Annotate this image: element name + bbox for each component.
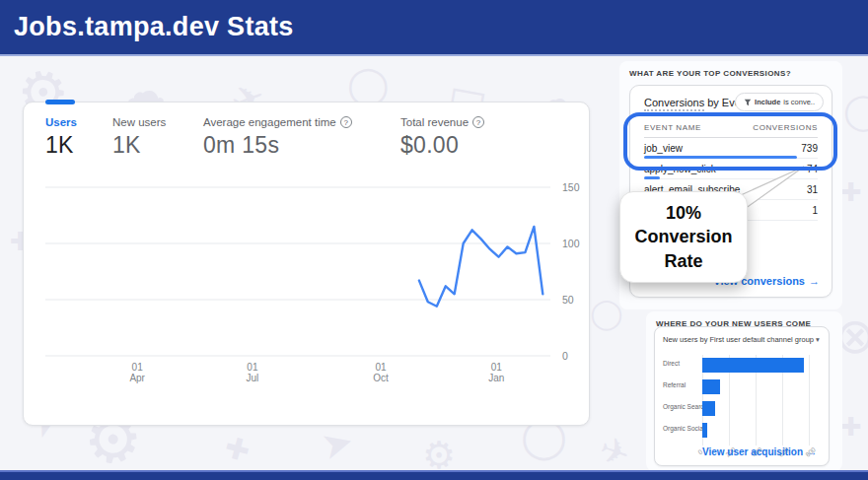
bar[interactable] bbox=[702, 379, 720, 394]
slide-footer bbox=[0, 470, 868, 480]
pattern-doodle-icon: ◯ bbox=[347, 63, 390, 106]
filter-icon bbox=[744, 99, 752, 106]
callout-line: Rate bbox=[664, 249, 702, 273]
users-line-chart: 05010015001Apr01Jul01Oct01Jan bbox=[45, 179, 588, 388]
pattern-doodle-icon: ✚ bbox=[840, 177, 862, 208]
arrow-right-icon: → bbox=[807, 446, 817, 457]
x-tick-label: Apr bbox=[129, 373, 145, 383]
x-tick-label: 01 bbox=[247, 362, 258, 373]
metric-value-new-users: 1K bbox=[112, 132, 166, 159]
y-tick-label: 150 bbox=[562, 181, 580, 193]
pattern-doodle-icon: ✚ bbox=[840, 412, 862, 443]
page-title: Jobs.tampa.dev Stats bbox=[0, 12, 294, 42]
x-tick-label: 01 bbox=[132, 362, 144, 373]
filter-pill-rest: is conve.. bbox=[783, 98, 815, 106]
help-icon[interactable]: ? bbox=[472, 116, 484, 128]
bar-label: Organic Social bbox=[663, 425, 704, 432]
bar-row: Referral bbox=[661, 377, 827, 398]
metric-value-engagement: 0m 15s bbox=[203, 132, 352, 159]
metric-new-users: New users 1K bbox=[112, 116, 166, 159]
acquisition-card: New users by First user default channel … bbox=[654, 326, 830, 466]
slide: ⚙☁✈◯▭☁➤⚙✚➤⚙◯✈◯✚⊗✚◯✚◯ Jobs.tampa.dev Stat… bbox=[0, 0, 868, 480]
bar-row: Organic Search bbox=[661, 398, 827, 420]
bar-row: Direct bbox=[661, 355, 827, 377]
users-series-line bbox=[419, 227, 542, 307]
metric-tab-users[interactable]: Users bbox=[45, 116, 77, 128]
help-icon[interactable]: ? bbox=[340, 116, 352, 128]
slide-header: Jobs.tampa.dev Stats bbox=[0, 0, 868, 56]
annotation-highlight-box bbox=[623, 112, 837, 171]
caret-down-icon: ▾ bbox=[816, 335, 820, 344]
line-chart-svg: 05010015001Apr01Jul01Oct01Jan bbox=[45, 179, 588, 388]
acquisition-card-title[interactable]: New users by First user default channel … bbox=[655, 327, 829, 344]
arrow-right-icon: → bbox=[809, 275, 820, 287]
callout-line: Conversion bbox=[634, 225, 732, 248]
pattern-doodle-icon: ◯ bbox=[590, 296, 623, 330]
y-tick-label: 50 bbox=[562, 294, 574, 306]
y-tick-label: 100 bbox=[562, 238, 580, 249]
y-tick-label: 0 bbox=[562, 350, 568, 362]
bar-label: Referral bbox=[663, 381, 686, 388]
x-tick-label: Jul bbox=[247, 373, 259, 383]
active-tab-indicator bbox=[45, 100, 75, 104]
analytics-overview-card: Users 1K New users 1K Average engagement… bbox=[23, 102, 590, 426]
metric-label: Average engagement time bbox=[203, 116, 336, 128]
metric-revenue: Total revenue ? $0.00 bbox=[400, 116, 484, 159]
bar-label: Organic Search bbox=[663, 403, 707, 410]
metric-tab-engagement[interactable]: Average engagement time ? bbox=[203, 116, 352, 128]
filter-pill-bold: Include bbox=[755, 98, 780, 106]
metric-tab-new-users[interactable]: New users bbox=[112, 116, 166, 128]
bar-row: Organic Social bbox=[661, 420, 827, 442]
metric-label: Total revenue bbox=[400, 116, 469, 128]
pattern-doodle-icon: ✚ bbox=[221, 429, 253, 468]
pattern-doodle-icon: ◯ bbox=[843, 91, 868, 132]
metric-value-revenue: $0.00 bbox=[400, 132, 484, 159]
bar[interactable] bbox=[702, 423, 707, 438]
bar[interactable] bbox=[702, 401, 715, 416]
bar[interactable] bbox=[702, 358, 804, 373]
metric-value-users: 1K bbox=[45, 132, 77, 159]
x-tick-label: Oct bbox=[373, 373, 389, 383]
metric-users: Users 1K bbox=[45, 116, 77, 159]
x-tick-label: 01 bbox=[491, 362, 503, 373]
metric-tab-revenue[interactable]: Total revenue ? bbox=[400, 116, 484, 128]
conversions-heading: WHAT ARE YOUR TOP CONVERSIONS? bbox=[619, 61, 842, 78]
x-tick-label: 01 bbox=[375, 362, 387, 373]
view-user-acquisition-link[interactable]: View user acquisition→ bbox=[702, 446, 817, 457]
callout-line: 10% bbox=[666, 201, 701, 225]
x-tick-label: Jan bbox=[488, 373, 504, 383]
callout-bubble: 10% Conversion Rate bbox=[619, 191, 748, 283]
pattern-doodle-icon: ➤ bbox=[317, 419, 358, 469]
acquisition-panel: WHERE DO YOUR NEW USERS COME FROM? New u… bbox=[646, 311, 842, 471]
bar-label: Direct bbox=[663, 360, 680, 367]
metric-engagement: Average engagement time ? 0m 15s bbox=[203, 116, 352, 159]
dimension-name[interactable]: Conversions bbox=[644, 97, 704, 111]
filter-pill[interactable]: Include is conve.. bbox=[735, 93, 824, 111]
